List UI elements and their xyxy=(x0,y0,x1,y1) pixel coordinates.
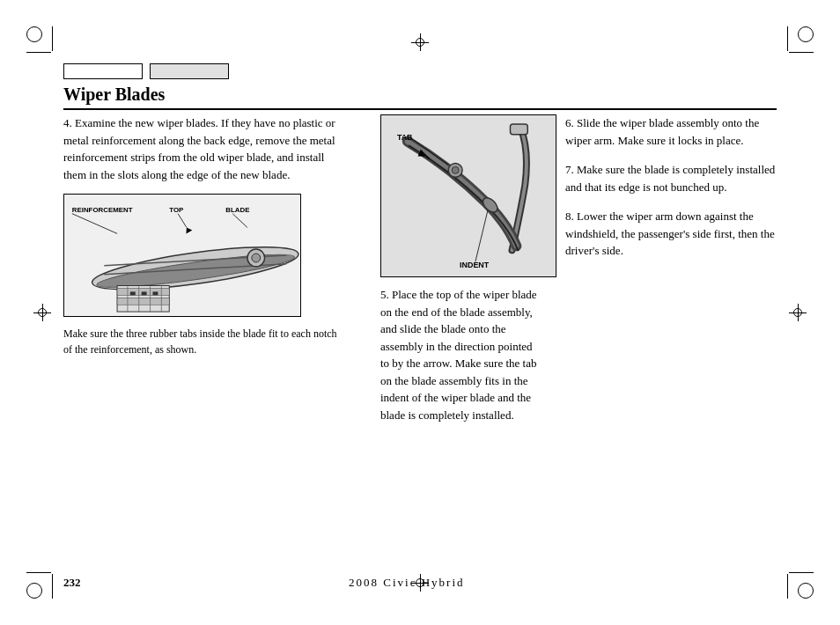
step5-text: 5. Place the top of the wiper blade on t… xyxy=(380,286,539,423)
header: Wiper Blades xyxy=(63,63,777,110)
svg-text:INDENT: INDENT xyxy=(460,261,490,269)
step7-text: 7. Make sure the blade is completely ins… xyxy=(565,161,777,195)
svg-point-6 xyxy=(252,254,261,262)
diagram-left-svg: REINFORCEMENT TOP BLADE xyxy=(64,195,300,316)
diagram-mid: TAB INDENT xyxy=(380,114,556,277)
svg-text:TAB: TAB xyxy=(397,133,413,142)
corner-mark-br xyxy=(787,572,814,599)
tab-box-2 xyxy=(150,63,229,79)
main-content: 4. Examine the new wiper blades. If they… xyxy=(63,114,777,546)
corner-mark-bl xyxy=(26,572,53,599)
svg-point-26 xyxy=(452,166,459,173)
svg-rect-16 xyxy=(152,291,158,295)
left-crosshair xyxy=(33,304,51,321)
step8-item: 8. Lower the wiper arm down against the … xyxy=(565,208,777,260)
tab-box-1 xyxy=(63,63,143,79)
col-left: 4. Examine the new wiper blades. If they… xyxy=(63,114,363,546)
right-crosshair xyxy=(789,304,807,321)
col-mid: TAB INDENT 5. Place the top of the wiper… xyxy=(363,114,556,546)
diagram-left: REINFORCEMENT TOP BLADE xyxy=(63,194,301,317)
footer: 232 2008 Civic Hybrid xyxy=(63,576,777,590)
top-crosshair xyxy=(411,33,429,51)
corner-mark-tl xyxy=(26,26,53,53)
step4-text: 4. Examine the new wiper blades. If they… xyxy=(63,114,345,183)
step6-item: 6. Slide the wiper blade assembly onto t… xyxy=(565,114,777,149)
page: Wiper Blades 4. Examine the new wiper bl… xyxy=(0,0,840,625)
step7-item: 7. Make sure the blade is completely ins… xyxy=(565,161,777,195)
title-rule xyxy=(63,108,777,110)
col-right: 6. Slide the wiper blade assembly onto t… xyxy=(556,114,777,546)
caption-left: Make sure the three rubber tabs inside t… xyxy=(63,326,345,357)
page-title: Wiper Blades xyxy=(63,85,777,105)
step8-text: 8. Lower the wiper arm down against the … xyxy=(565,208,777,260)
svg-rect-14 xyxy=(130,291,136,295)
diagram-mid-svg: TAB INDENT xyxy=(381,115,556,276)
tab-boxes xyxy=(63,63,777,79)
page-number: 232 xyxy=(63,576,81,590)
svg-rect-28 xyxy=(510,124,527,135)
footer-title: 2008 Civic Hybrid xyxy=(349,576,465,590)
corner-mark-tr xyxy=(787,26,814,53)
svg-rect-15 xyxy=(142,291,147,295)
step6-text: 6. Slide the wiper blade assembly onto t… xyxy=(565,114,777,149)
svg-text:TOP: TOP xyxy=(169,206,183,214)
svg-text:REINFORCEMENT: REINFORCEMENT xyxy=(72,206,133,214)
svg-text:BLADE: BLADE xyxy=(225,206,249,214)
